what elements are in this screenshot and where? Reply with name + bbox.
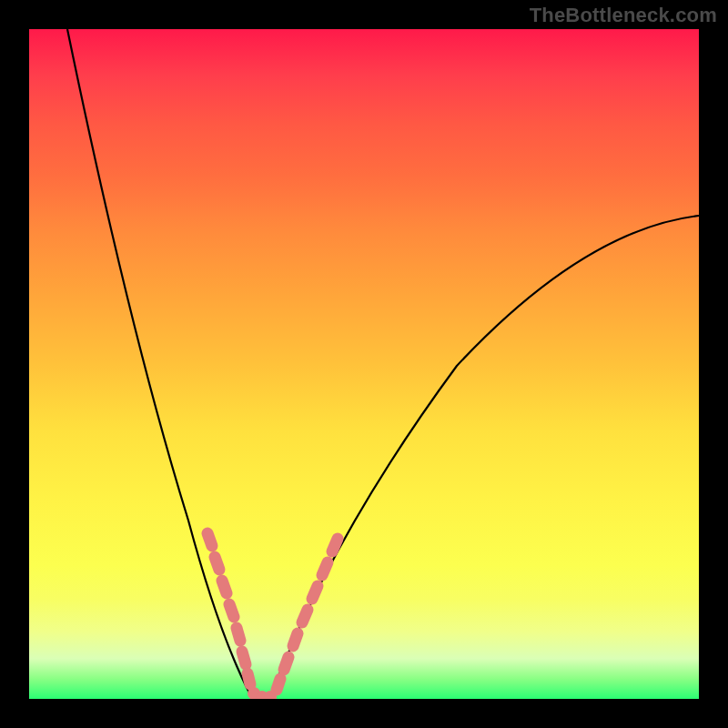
svg-line-0 bbox=[207, 533, 212, 546]
chart-svg bbox=[29, 29, 699, 699]
svg-line-15 bbox=[322, 562, 328, 575]
svg-line-3 bbox=[229, 604, 234, 617]
svg-line-1 bbox=[215, 557, 219, 570]
svg-line-6 bbox=[248, 673, 250, 684]
watermark-text: TheBottleneck.com bbox=[530, 4, 717, 27]
svg-line-11 bbox=[284, 657, 288, 670]
chart-frame: TheBottleneck.com bbox=[0, 0, 728, 728]
plot-area bbox=[29, 29, 699, 699]
svg-line-16 bbox=[332, 539, 338, 551]
svg-line-14 bbox=[312, 586, 318, 599]
svg-line-2 bbox=[222, 581, 227, 593]
dotted-segment bbox=[207, 533, 338, 699]
svg-line-4 bbox=[237, 628, 240, 641]
svg-line-12 bbox=[293, 633, 298, 646]
svg-line-10 bbox=[277, 679, 280, 690]
right-curve bbox=[270, 216, 699, 698]
svg-line-13 bbox=[302, 610, 308, 622]
svg-line-5 bbox=[242, 652, 246, 664]
